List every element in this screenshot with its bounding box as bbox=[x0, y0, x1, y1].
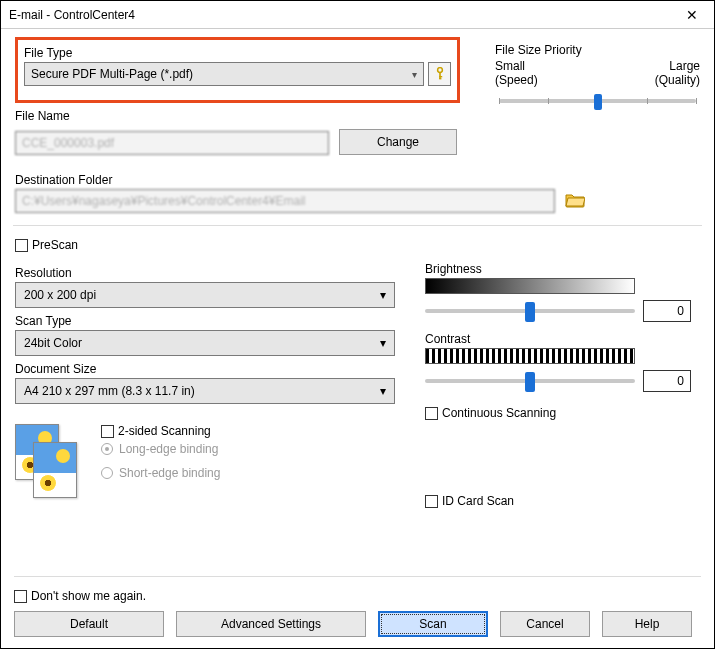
resolution-select[interactable]: 200 x 200 dpi ▾ bbox=[15, 282, 395, 308]
dont-show-label: Don't show me again. bbox=[31, 589, 146, 603]
checkbox-icon bbox=[15, 239, 28, 252]
contrast-thumb[interactable] bbox=[525, 372, 535, 392]
pdf-security-key-button[interactable] bbox=[428, 62, 451, 86]
document-size-value: A4 210 x 297 mm (8.3 x 11.7 in) bbox=[24, 384, 195, 398]
thumbnail-icon bbox=[33, 442, 77, 498]
checkbox-icon bbox=[101, 425, 114, 438]
id-card-scan-label: ID Card Scan bbox=[442, 494, 514, 508]
destination-value: C:¥Users¥nagaseya¥Pictures¥ControlCenter… bbox=[22, 194, 305, 208]
scan-button[interactable]: Scan bbox=[378, 611, 488, 637]
short-edge-radio: Short-edge binding bbox=[101, 466, 220, 480]
file-type-label: File Type bbox=[24, 46, 451, 60]
advanced-settings-button[interactable]: Advanced Settings bbox=[176, 611, 366, 637]
id-card-scan-checkbox[interactable]: ID Card Scan bbox=[425, 494, 700, 508]
fsp-large-label: Large bbox=[655, 59, 700, 73]
radio-icon bbox=[101, 467, 113, 479]
chevron-down-icon: ▾ bbox=[380, 288, 386, 302]
browse-folder-button[interactable] bbox=[565, 192, 585, 211]
key-icon bbox=[435, 67, 445, 81]
file-name-label: File Name bbox=[15, 109, 700, 123]
dont-show-checkbox[interactable]: Don't show me again. bbox=[14, 589, 701, 603]
file-type-group: File Type Secure PDF Multi-Page (*.pdf) … bbox=[15, 37, 460, 103]
help-button[interactable]: Help bbox=[602, 611, 692, 637]
window-titlebar: E-mail - ControlCenter4 ✕ bbox=[1, 1, 714, 29]
continuous-scanning-label: Continuous Scanning bbox=[442, 406, 556, 420]
document-size-label: Document Size bbox=[15, 362, 395, 376]
fsp-speed-label: (Speed) bbox=[495, 73, 538, 87]
file-type-value: Secure PDF Multi-Page (*.pdf) bbox=[31, 67, 193, 81]
resolution-value: 200 x 200 dpi bbox=[24, 288, 96, 302]
brightness-value-input[interactable]: 0 bbox=[643, 300, 691, 322]
long-edge-label: Long-edge binding bbox=[119, 442, 218, 456]
chevron-down-icon: ▾ bbox=[380, 384, 386, 398]
svg-point-0 bbox=[437, 68, 442, 73]
preview-thumbnails bbox=[15, 424, 85, 504]
file-size-priority-label: File Size Priority bbox=[495, 43, 700, 57]
brightness-slider[interactable] bbox=[425, 309, 635, 313]
close-icon[interactable]: ✕ bbox=[678, 4, 706, 26]
svg-rect-1 bbox=[439, 72, 441, 79]
scan-type-label: Scan Type bbox=[15, 314, 395, 328]
chevron-down-icon: ▾ bbox=[380, 336, 386, 350]
svg-rect-2 bbox=[439, 76, 442, 77]
fsp-small-label: Small bbox=[495, 59, 538, 73]
folder-icon bbox=[565, 192, 585, 208]
scan-type-value: 24bit Color bbox=[24, 336, 82, 350]
file-type-select[interactable]: Secure PDF Multi-Page (*.pdf) ▾ bbox=[24, 62, 424, 86]
checkbox-icon bbox=[425, 407, 438, 420]
contrast-pattern bbox=[425, 348, 635, 364]
svg-rect-3 bbox=[439, 78, 441, 79]
two-sided-checkbox[interactable]: 2-sided Scanning bbox=[101, 424, 220, 438]
prescan-checkbox[interactable]: PreScan bbox=[15, 238, 700, 252]
file-size-priority-group: File Size Priority Small (Speed) Large (… bbox=[495, 37, 700, 103]
window-title: E-mail - ControlCenter4 bbox=[9, 8, 135, 22]
default-button[interactable]: Default bbox=[14, 611, 164, 637]
brightness-label: Brightness bbox=[425, 262, 700, 276]
brightness-thumb[interactable] bbox=[525, 302, 535, 322]
checkbox-icon bbox=[425, 495, 438, 508]
contrast-slider[interactable] bbox=[425, 379, 635, 383]
prescan-label: PreScan bbox=[32, 238, 78, 252]
destination-label: Destination Folder bbox=[15, 173, 700, 187]
short-edge-label: Short-edge binding bbox=[119, 466, 220, 480]
cancel-button[interactable]: Cancel bbox=[500, 611, 590, 637]
file-name-input[interactable]: CCE_000003.pdf bbox=[15, 131, 329, 155]
continuous-scanning-checkbox[interactable]: Continuous Scanning bbox=[425, 406, 700, 420]
file-size-priority-slider[interactable] bbox=[499, 99, 696, 103]
scan-type-select[interactable]: 24bit Color ▾ bbox=[15, 330, 395, 356]
file-size-priority-thumb[interactable] bbox=[594, 94, 602, 110]
document-size-select[interactable]: A4 210 x 297 mm (8.3 x 11.7 in) ▾ bbox=[15, 378, 395, 404]
file-name-value: CCE_000003.pdf bbox=[22, 136, 114, 150]
destination-input[interactable]: C:¥Users¥nagaseya¥Pictures¥ControlCenter… bbox=[15, 189, 555, 213]
long-edge-radio: Long-edge binding bbox=[101, 442, 220, 456]
contrast-label: Contrast bbox=[425, 332, 700, 346]
two-sided-label: 2-sided Scanning bbox=[118, 424, 211, 438]
checkbox-icon bbox=[14, 590, 27, 603]
fsp-quality-label: (Quality) bbox=[655, 73, 700, 87]
radio-icon bbox=[101, 443, 113, 455]
brightness-gradient bbox=[425, 278, 635, 294]
contrast-value-input[interactable]: 0 bbox=[643, 370, 691, 392]
change-button[interactable]: Change bbox=[339, 129, 457, 155]
resolution-label: Resolution bbox=[15, 266, 395, 280]
chevron-down-icon: ▾ bbox=[412, 69, 417, 80]
